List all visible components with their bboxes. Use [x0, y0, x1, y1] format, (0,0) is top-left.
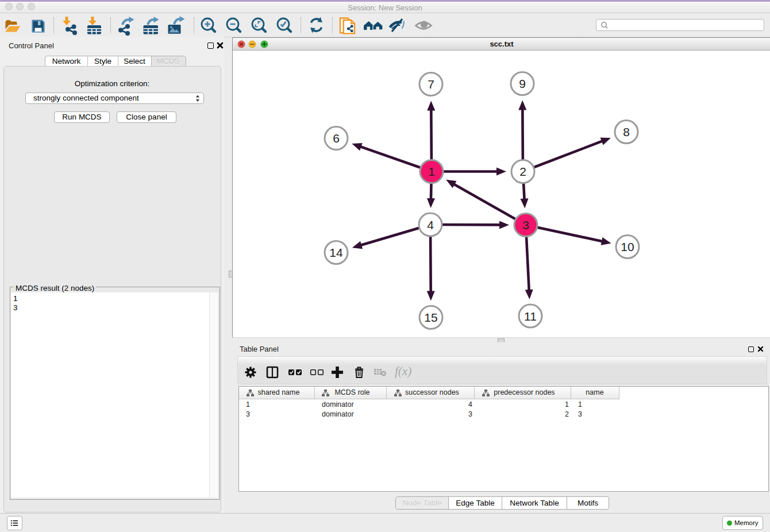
svg-text:14: 14 [329, 246, 343, 259]
svg-text:11: 11 [524, 310, 537, 323]
svg-text:6: 6 [333, 132, 340, 145]
svg-text:4: 4 [427, 218, 434, 232]
svg-text:9: 9 [519, 77, 526, 90]
svg-text:8: 8 [623, 125, 630, 138]
svg-text:3: 3 [522, 218, 529, 232]
svg-text:10: 10 [621, 240, 634, 253]
svg-text:2: 2 [519, 165, 526, 178]
svg-text:7: 7 [428, 78, 434, 91]
svg-text:1: 1 [428, 165, 435, 178]
svg-text:15: 15 [424, 311, 437, 324]
